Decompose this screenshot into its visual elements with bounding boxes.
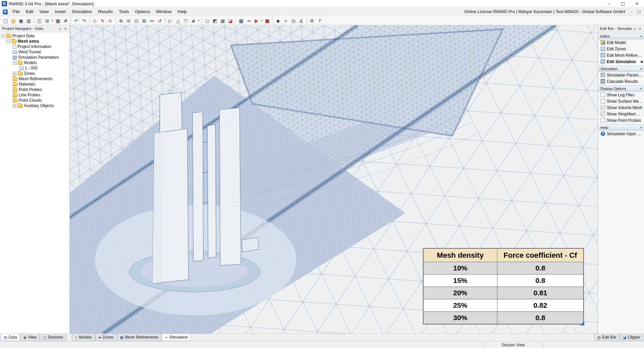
show-mesh-icon[interactable]: ▩ xyxy=(237,17,245,24)
zoom-all-icon[interactable]: ⊠ xyxy=(140,17,148,24)
dropdown-arrow-icon[interactable]: ▾ xyxy=(197,19,200,22)
edit-simulation-button[interactable]: Edit Simulation ◀ xyxy=(599,58,643,65)
show-log-files-option[interactable]: ✓ Show Log Files xyxy=(599,92,643,98)
mdi-restore-button[interactable]: □ xyxy=(635,8,643,16)
tab-data[interactable]: ▤ Data xyxy=(1,334,20,341)
edit-model-icon[interactable]: ✎ xyxy=(99,17,106,24)
view-y-icon[interactable]: △ xyxy=(174,17,182,24)
undo-icon[interactable]: ↶ xyxy=(72,17,80,24)
tree-item-point-probes[interactable]: Point Probes xyxy=(0,87,69,92)
tab-edit-bar[interactable]: ▥ Edit Bar xyxy=(594,334,619,341)
pan-view-icon[interactable]: ↔ xyxy=(148,17,156,24)
menu-file[interactable]: File xyxy=(10,8,23,16)
edit-mesh-refinements-button[interactable]: Edit Mesh Refinements xyxy=(599,52,643,58)
checkbox[interactable]: ✓ xyxy=(601,99,605,103)
mesh-3d-viewport[interactable]: Mesh density Force coefficient - Cf 10% … xyxy=(70,25,598,334)
help-section-header[interactable]: Help ▾ xyxy=(599,125,643,131)
tree-item-zones[interactable]: + Zones xyxy=(0,71,69,76)
close-button[interactable]: × xyxy=(630,0,644,7)
menu-view[interactable]: View xyxy=(36,8,52,16)
tree-item-point-clouds[interactable]: Point Clouds xyxy=(0,98,69,103)
tree-item-project-data[interactable]: − Project Data xyxy=(0,33,69,39)
tab-simulation[interactable]: ≈ Simulation xyxy=(162,334,191,341)
show-simplified-option[interactable]: ✓ Show Simplified ... xyxy=(599,111,643,117)
dropdown-arrow-icon[interactable]: ▾ xyxy=(51,19,54,22)
tree-item-wind-tunnel[interactable]: Wind Tunnel xyxy=(0,49,69,55)
project-navigator-icon[interactable]: ◫ xyxy=(36,17,43,24)
menu-window[interactable]: Window xyxy=(153,8,175,16)
expander-expanded-icon[interactable]: − xyxy=(7,40,10,43)
tree-item-mesh-refinements[interactable]: Mesh Refinements xyxy=(0,76,69,82)
print-icon[interactable]: ▥ xyxy=(25,17,33,24)
run-simulation-icon[interactable]: ▶ xyxy=(253,17,260,24)
tab-view[interactable]: ◉ View xyxy=(20,334,40,341)
checkbox[interactable]: ✓ xyxy=(601,105,605,110)
table-resize-handle-icon[interactable] xyxy=(580,321,584,326)
menu-results[interactable]: Results xyxy=(95,8,116,16)
snap-grid-icon[interactable]: ▦ xyxy=(54,17,62,24)
menu-simulation[interactable]: Simulation xyxy=(69,8,95,16)
menu-help[interactable]: Help xyxy=(175,8,190,16)
menu-edit[interactable]: Edit xyxy=(23,8,36,16)
solid-mode-icon[interactable]: ■ xyxy=(219,17,227,24)
tree-item-line-probes[interactable]: Line Probes xyxy=(0,92,69,98)
open-project-icon[interactable]: ▤ xyxy=(9,17,17,24)
tab-zones[interactable]: ▰ Zones xyxy=(95,334,117,341)
show-point-probes-option[interactable]: ✓ Show Point Probes xyxy=(599,117,643,123)
show-volume-mesh-option[interactable]: ✓ Show Volume Mesh xyxy=(599,104,643,111)
menu-insert[interactable]: Insert xyxy=(52,8,69,16)
tab-mesh-refinements[interactable]: ▦ Mesh Refinements xyxy=(117,334,161,341)
zoom-out-icon[interactable]: ⊖ xyxy=(125,17,133,24)
results-overlay-icon[interactable]: ◆ xyxy=(274,17,282,24)
tree-item-mesh-extra[interactable]: − Mesh extra xyxy=(0,39,69,44)
edit-model-button[interactable]: Edit Model xyxy=(599,39,643,46)
zoom-window-icon[interactable]: ⊡ xyxy=(133,17,140,24)
tab-clipper[interactable]: ◪ Clipper xyxy=(620,334,643,341)
wind-profile-icon[interactable]: ≈ xyxy=(245,17,253,24)
new-model-icon[interactable]: ◇ xyxy=(91,17,99,24)
delete-model-icon[interactable]: × xyxy=(106,17,114,24)
expander-collapsed-icon[interactable]: + xyxy=(13,104,16,108)
zoom-in-icon[interactable]: ⊕ xyxy=(117,17,125,24)
edit-zones-button[interactable]: Edit Zones xyxy=(599,46,643,52)
tree-item-materials[interactable]: Materials xyxy=(0,82,69,87)
tables-icon[interactable]: ⊞ xyxy=(43,17,51,24)
tab-sections[interactable]: ◫ Sections xyxy=(40,334,66,341)
tree-item-project-information[interactable]: Project Information xyxy=(0,44,69,49)
tree-item-model-1-005[interactable]: 1 - 005 xyxy=(0,65,69,71)
tab-models[interactable]: ◇ Models xyxy=(72,334,95,341)
point-probe-icon[interactable]: ◎ xyxy=(290,17,297,24)
stop-simulation-icon[interactable]: ■ xyxy=(263,17,271,24)
checkbox[interactable]: ✓ xyxy=(601,93,605,97)
dropdown-arrow-icon[interactable]: ▾ xyxy=(260,19,263,22)
editor-section-header[interactable]: Editor ▾ xyxy=(599,33,643,39)
pin-icon[interactable]: ┬ xyxy=(632,27,637,31)
simulation-parameters-button[interactable]: Simulation Parameter... xyxy=(599,72,643,78)
menu-options[interactable]: Options xyxy=(132,8,153,16)
display-options-section-header[interactable]: Display Options ▾ xyxy=(599,86,643,92)
simulation-section-header[interactable]: Simulation ▾ xyxy=(599,66,643,72)
close-panel-icon[interactable]: × xyxy=(63,27,68,31)
simulation-input-data-button[interactable]: ? Simulation Input Data xyxy=(599,131,643,137)
checkbox[interactable]: ✓ xyxy=(601,118,605,122)
surface-mode-icon[interactable]: ◩ xyxy=(211,17,219,24)
show-surface-mesh-option[interactable]: ✓ Show Surface Mesh xyxy=(599,98,643,104)
calculate-results-button[interactable]: Calculate Results xyxy=(599,78,643,85)
save-project-icon[interactable]: ▣ xyxy=(17,17,25,24)
expander-expanded-icon[interactable]: − xyxy=(1,34,5,38)
mdi-minimize-button[interactable]: – xyxy=(628,8,635,16)
close-panel-icon[interactable]: × xyxy=(637,27,643,31)
tree-item-simulation-parameters[interactable]: Simulation Parameters xyxy=(0,55,69,60)
measure-icon[interactable]: ∡ xyxy=(297,17,305,24)
view-x-icon[interactable]: ▷ xyxy=(166,17,174,24)
expander-collapsed-icon[interactable]: + xyxy=(13,72,16,76)
section-plane-icon[interactable]: ◪ xyxy=(227,17,234,24)
checkbox[interactable]: ✓ xyxy=(601,112,605,116)
view-z-icon[interactable]: ▽ xyxy=(182,17,190,24)
minimize-button[interactable]: – xyxy=(602,0,616,7)
new-project-icon[interactable]: □ xyxy=(2,17,9,24)
tree-item-auxiliary-objects[interactable]: + Auxiliary Objects xyxy=(0,103,69,108)
expander-expanded-icon[interactable]: − xyxy=(13,61,16,65)
animate-flow-icon[interactable]: » xyxy=(282,17,290,24)
maximize-button[interactable]: □ xyxy=(616,0,630,7)
